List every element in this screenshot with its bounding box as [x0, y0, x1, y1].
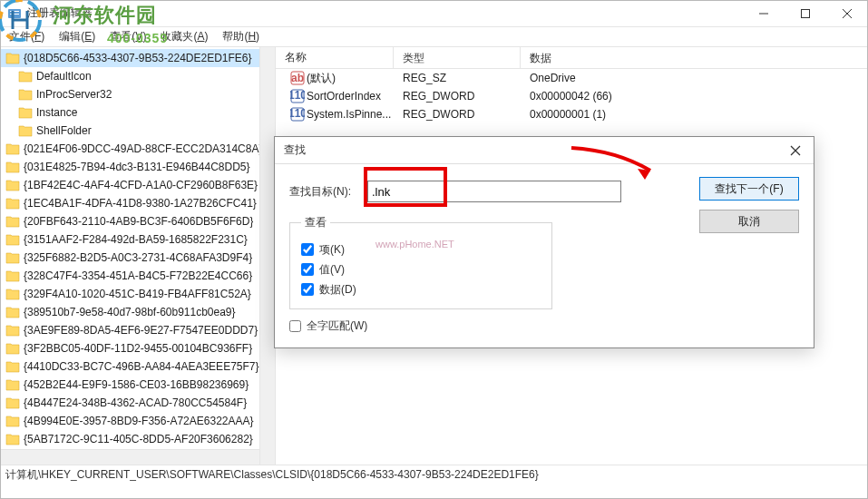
check-values-box[interactable] — [301, 263, 314, 276]
tree-node[interactable]: {1BF42E4C-4AF4-4CFD-A1A0-CF2960B8F63E} — [0, 176, 275, 194]
dialog-titlebar[interactable]: 查找 — [275, 137, 814, 164]
dialog-close-button[interactable] — [777, 137, 814, 163]
list-row[interactable]: 110SortOrderIndexREG_DWORD0x00000042 (66… — [276, 87, 868, 105]
header-type[interactable]: 类型 — [394, 47, 521, 68]
value-name: System.IsPinne... — [307, 108, 391, 121]
reg-string-icon: ab — [290, 71, 305, 85]
find-dialog: 查找 查找目标(N): 查看 项(K) 值(V) 数据(D) 全字匹配(W) 查… — [274, 136, 814, 348]
folder-icon — [5, 360, 20, 373]
value-name: SortOrderIndex — [307, 90, 381, 103]
cancel-button[interactable]: 取消 — [699, 210, 799, 233]
menu-file[interactable]: 文件(F) — [4, 27, 50, 46]
check-data-box[interactable] — [301, 283, 314, 296]
folder-icon — [18, 124, 33, 137]
tree-node[interactable]: Instance — [0, 103, 275, 122]
menubar: 文件(F) 编辑(E) 查看(V) 收藏夹(A) 帮助(H) — [0, 27, 868, 47]
folder-icon — [5, 415, 20, 427]
tree-node[interactable]: {4B994E0E-3957-8BD9-F356-A72AE6322AAA} — [0, 412, 275, 430]
tree-node[interactable]: {5AB7172C-9C11-405C-8DD5-AF20F3606282} — [0, 430, 275, 448]
tree-label: {018D5C66-4533-4307-9B53-224DE2ED1FE6} — [24, 52, 252, 64]
tree-node[interactable]: {3151AAF2-F284-492d-BA59-1685822F231C} — [0, 230, 275, 249]
tree-node[interactable]: {329F4A10-1020-451C-B419-FB4AFF81C52A} — [0, 285, 275, 303]
status-path: 计算机\HKEY_CURRENT_USER\SOFTWARE\Classes\C… — [5, 467, 539, 483]
tree-node[interactable]: {325F6882-B2D5-A0C3-2731-4C68AFA3D9F4} — [0, 249, 275, 267]
tree-label: {3151AAF2-F284-492d-BA59-1685822F231C} — [24, 233, 248, 246]
tree-node[interactable]: {031E4825-7B94-4dc3-B131-E946B44C8DD5} — [0, 158, 275, 176]
header-data[interactable]: 数据 — [521, 47, 868, 68]
tree-label: {20FBF643-2110-4AB9-BC3F-6406DB5F6F6D} — [24, 215, 253, 228]
tree-label: {452B2E44-E9F9-1586-CE03-16BB98236969} — [24, 378, 249, 391]
tree-label: ShellFolder — [36, 124, 92, 137]
close-button[interactable] — [826, 0, 868, 26]
menu-edit[interactable]: 编辑(E) — [54, 27, 101, 46]
folder-icon — [5, 52, 20, 64]
list-row[interactable]: ab(默认)REG_SZOneDrive — [276, 69, 868, 87]
check-values[interactable]: 值(V) — [301, 259, 541, 279]
lookat-legend: 查看 — [301, 215, 330, 230]
folder-icon — [5, 233, 20, 246]
tree-node[interactable]: {328C47F4-3354-451A-B4C5-F72B22E4CC66} — [0, 267, 275, 285]
tree-node[interactable]: {389510b7-9e58-40d7-98bf-60b911cb0ea9} — [0, 303, 275, 321]
tree-label: {021E4F06-9DCC-49AD-88CF-ECC2DA314C8A} — [24, 142, 262, 155]
svg-text:ab: ab — [291, 72, 304, 84]
reg-binary-icon: 110 — [290, 107, 305, 122]
tree-node[interactable]: {3F2BBC05-40DF-11D2-9455-00104BC936FF} — [0, 339, 275, 357]
find-input[interactable] — [372, 185, 620, 199]
find-next-button[interactable]: 查找下一个(F) — [699, 177, 799, 201]
value-name: (默认) — [307, 71, 336, 86]
tree-node[interactable]: {20FBF643-2110-4AB9-BC3F-6406DB5F6F6D} — [0, 212, 275, 230]
tree-node[interactable]: {1EC4BA1F-4DFA-41D8-9380-1A27B26CFC41} — [0, 194, 275, 212]
tree-node[interactable]: ShellFolder — [0, 122, 275, 140]
tree-node[interactable]: DefaultIcon — [0, 67, 275, 85]
tree-scrollbar-horizontal[interactable] — [0, 449, 259, 465]
menu-help[interactable]: 帮助(H) — [217, 27, 265, 46]
tree-label: DefaultIcon — [36, 70, 92, 83]
menu-favorites[interactable]: 收藏夹(A) — [155, 27, 213, 46]
value-type: REG_SZ — [394, 71, 521, 85]
tree-label: {3F2BBC05-40DF-11D2-9455-00104BC936FF} — [24, 342, 252, 355]
check-wholeword[interactable]: 全字匹配(W) — [289, 318, 799, 334]
menu-view[interactable]: 查看(V) — [104, 27, 151, 46]
dialog-title: 查找 — [284, 142, 777, 158]
tree-label: InProcServer32 — [36, 88, 112, 101]
folder-icon — [5, 396, 20, 409]
svg-text:110: 110 — [290, 89, 305, 102]
tree-label: {328C47F4-3354-451A-B4C5-F72B22E4CC66} — [24, 269, 252, 282]
minimize-button[interactable] — [743, 0, 785, 26]
value-data: OneDrive — [521, 71, 868, 85]
tree-node[interactable]: {452B2E44-E9F9-1586-CE03-16BB98236969} — [0, 376, 275, 394]
maximize-button[interactable] — [785, 0, 826, 26]
folder-icon — [5, 288, 20, 300]
folder-icon — [5, 161, 20, 173]
check-keys-box[interactable] — [301, 243, 314, 256]
value-type: REG_DWORD — [394, 89, 521, 103]
value-data: 0x00000042 (66) — [521, 89, 868, 103]
tree-label: {3AE9FE89-8DA5-4EF6-9E27-F7547EE0DDD7} — [24, 324, 258, 337]
tree-node[interactable]: {3AE9FE89-8DA5-4EF6-9E27-F7547EE0DDD7} — [0, 321, 275, 339]
svg-text:110: 110 — [290, 107, 305, 120]
tree-label: Instance — [36, 106, 77, 119]
window-titlebar: 注册表编辑器 — [0, 0, 868, 27]
tree-node-selected[interactable]: {018D5C66-4533-4307-9B53-224DE2ED1FE6} — [0, 49, 275, 67]
tree-node[interactable]: {021E4F06-9DCC-49AD-88CF-ECC2DA314C8A} — [0, 140, 275, 158]
folder-icon — [5, 306, 20, 318]
reg-binary-icon: 110 — [290, 89, 305, 103]
tree-node[interactable]: InProcServer32 — [0, 85, 275, 103]
folder-icon — [18, 88, 33, 101]
svg-rect-6 — [802, 9, 810, 17]
find-input-wrap — [367, 181, 621, 202]
tree-node[interactable]: {4410DC33-BC7C-496B-AA84-4AEA3EEE75F7} — [0, 357, 275, 376]
check-keys[interactable]: 项(K) — [301, 240, 541, 259]
check-wholeword-box[interactable] — [289, 320, 301, 332]
check-data[interactable]: 数据(D) — [301, 279, 541, 299]
tree-label: {4410DC33-BC7C-496B-AA84-4AEA3EEE75F7} — [24, 360, 259, 373]
list-header: 名称 类型 数据 — [276, 47, 868, 69]
list-row[interactable]: 110System.IsPinne...REG_DWORD0x00000001 … — [276, 105, 868, 123]
folder-icon — [5, 342, 20, 355]
tree-node[interactable]: {4B447E24-348B-4362-ACAD-780CC54584F} — [0, 394, 275, 412]
tree-label: {325F6882-B2D5-A0C3-2731-4C68AFA3D9F4} — [24, 251, 252, 264]
folder-icon — [5, 197, 20, 210]
tree-scrollbar-vertical[interactable] — [259, 47, 275, 465]
header-name[interactable]: 名称 — [276, 47, 394, 68]
registry-tree[interactable]: {018D5C66-4533-4307-9B53-224DE2ED1FE6} D… — [0, 47, 276, 465]
